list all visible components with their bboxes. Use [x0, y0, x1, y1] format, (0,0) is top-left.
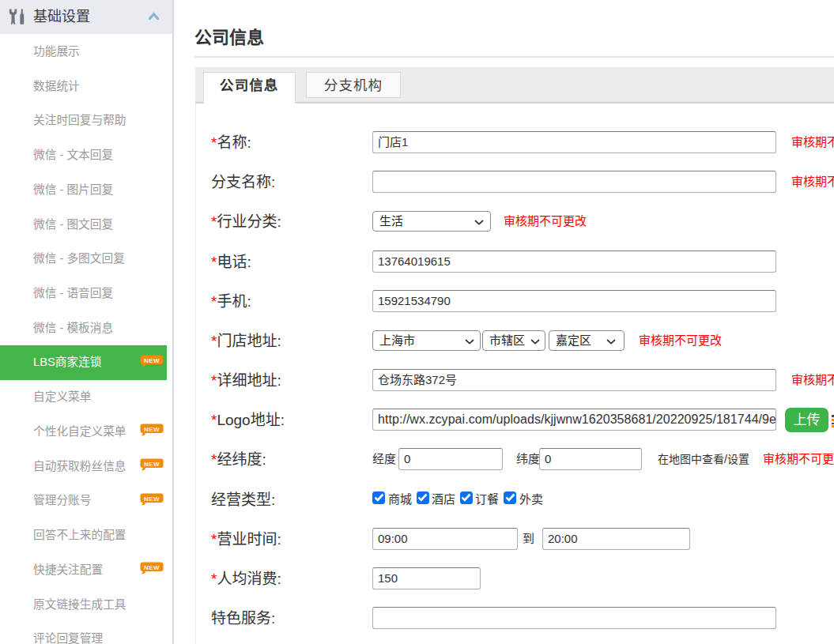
svg-text:NEW: NEW [144, 426, 160, 433]
svg-text:NEW: NEW [144, 461, 160, 468]
svg-text:NEW: NEW [144, 495, 160, 502]
svg-text:NEW: NEW [144, 356, 160, 363]
svg-text:NEW: NEW [144, 564, 160, 571]
